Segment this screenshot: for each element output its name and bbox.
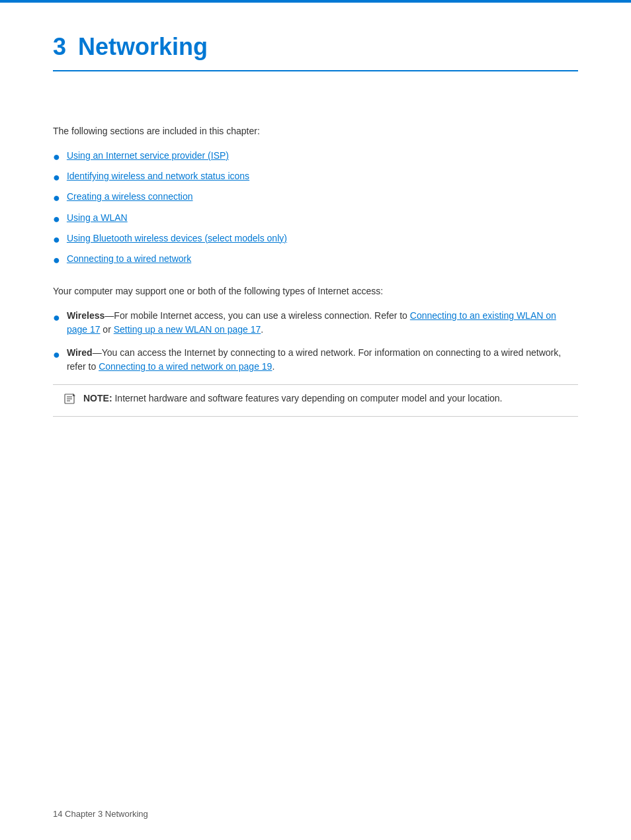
wireless-period: . [261,324,263,335]
toc-link-wireless-icons[interactable]: Identifying wireless and network status … [67,169,249,183]
note-text: NOTE: Internet hardware and software fea… [83,392,502,405]
chapter-title: Networking [78,29,208,65]
wireless-label: Wireless [67,310,105,321]
note-label: NOTE: [83,393,112,403]
note-icon [63,392,77,409]
list-item: ● Using an Internet service provider (IS… [53,149,578,165]
list-item: ● Using a WLAN [53,211,578,228]
wireless-or: or [100,324,113,335]
note-body: Internet hardware and software features … [114,393,502,403]
bullet-icon: ● [53,169,60,186]
wired-description: Wired—You can access the Internet by con… [67,346,578,374]
toc-link-wired[interactable]: Connecting to a wired network [67,252,191,266]
internet-access-intro: Your computer may support one or both of… [53,284,578,298]
wired-period: . [272,361,274,372]
page: 3 Networking The following sections are … [0,0,631,840]
page-footer: 14 Chapter 3 Networking [53,808,148,821]
wired-label: Wired [67,347,93,358]
toc-link-bluetooth[interactable]: Using Bluetooth wireless devices (select… [67,231,287,245]
list-item: ● Creating a wireless connection [53,190,578,206]
list-item: ● Identifying wireless and network statu… [53,169,578,186]
toc-link-wireless-connection[interactable]: Creating a wireless connection [67,190,193,204]
link-new-wlan[interactable]: Setting up a new WLAN on page 17 [114,324,261,335]
chapter-number: 3 [53,29,66,65]
bullet-icon: ● [53,231,60,248]
note-box: NOTE: Internet hardware and software fea… [53,384,578,417]
footer-text: 14 Chapter 3 Networking [53,809,148,819]
wireless-dash: —For mobile Internet access, you can use… [105,310,409,321]
footer-chapter-ref: Chapter 3 Networking [65,809,148,819]
bullet-icon: ● [53,211,60,228]
chapter-header: 3 Networking [53,29,578,71]
bullet-icon: ● [53,310,60,326]
toc-list: ● Using an Internet service provider (IS… [53,149,578,269]
intro-text: The following sections are included in t… [53,124,578,138]
list-item-wired: ● Wired—You can access the Internet by c… [53,346,578,374]
note-svg-icon [63,392,77,405]
list-item: ● Using Bluetooth wireless devices (sele… [53,231,578,248]
bullet-icon: ● [53,190,60,206]
access-type-list: ● Wireless—For mobile Internet access, y… [53,309,578,374]
content-area: 3 Networking The following sections are … [0,3,631,456]
bullet-icon: ● [53,347,60,363]
toc-link-isp[interactable]: Using an Internet service provider (ISP) [67,149,229,163]
list-item: ● Connecting to a wired network [53,252,578,269]
list-item-wireless: ● Wireless—For mobile Internet access, y… [53,309,578,337]
wireless-description: Wireless—For mobile Internet access, you… [67,309,578,337]
bullet-icon: ● [53,149,60,165]
link-wired-network[interactable]: Connecting to a wired network on page 19 [99,361,272,372]
bullet-icon: ● [53,252,60,269]
toc-link-wlan[interactable]: Using a WLAN [67,211,128,225]
footer-page-number: 14 [53,809,62,819]
